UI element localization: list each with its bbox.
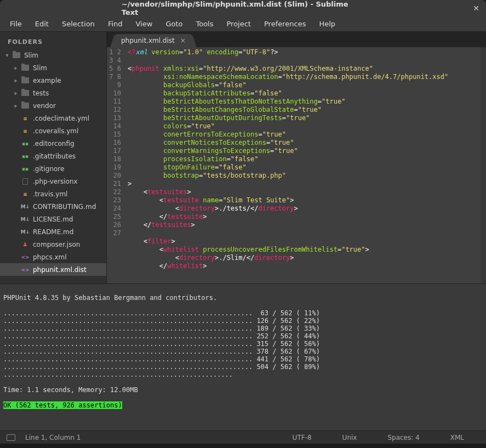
chevron-icon <box>12 152 20 160</box>
editor-area: phpunit.xml.dist× 1 2 3 4 5 6 7 8 9 10 1… <box>107 32 486 283</box>
status-syntax[interactable]: XML <box>435 434 479 441</box>
tree-item-label: LICENSE.md <box>33 216 73 223</box>
sidebar-file-readme-md[interactable]: M↓README.md <box>0 225 106 238</box>
file-icon <box>21 177 30 186</box>
menu-file[interactable]: File <box>4 18 27 30</box>
chevron-icon <box>12 127 20 135</box>
chevron-icon <box>12 241 20 248</box>
titlebar[interactable]: ~/vendor/slimphp/Slim/phpunit.xml.dist (… <box>0 0 486 16</box>
tree-item-label: phpcs.xml <box>33 253 67 261</box>
sidebar-folder-vendor[interactable]: ▸vendor <box>0 99 106 112</box>
tree-item-label: tests <box>33 89 49 97</box>
sidebar-file--coveralls-yml[interactable]: ≡.coveralls.yml <box>0 124 106 137</box>
sidebar-folder-example[interactable]: ▸example <box>0 74 106 87</box>
xml-icon: <> <box>21 265 30 274</box>
menu-project[interactable]: Project <box>221 18 256 30</box>
yml-icon: ≡ <box>21 114 30 123</box>
sidebar-file--codeclimate-yml[interactable]: ≡.codeclimate.yml <box>0 112 106 124</box>
markdown-icon: M↓ <box>21 228 30 236</box>
tree-item-label: .travis.yml <box>33 190 67 198</box>
chevron-icon <box>12 140 20 148</box>
tab-close-icon[interactable]: × <box>180 37 186 44</box>
tab-bar[interactable]: phpunit.xml.dist× <box>107 32 486 47</box>
sidebar[interactable]: FOLDERS ▾Slim▸Slim▸example▸tests▸vendor≡… <box>0 32 107 283</box>
menu-find[interactable]: Find <box>102 18 128 30</box>
tree-item-label: vendor <box>33 102 56 110</box>
chevron-icon <box>12 178 20 185</box>
chevron-icon: ▸ <box>12 102 20 110</box>
menu-tools[interactable]: Tools <box>190 18 219 30</box>
sidebar-root[interactable]: ▾Slim <box>0 49 106 61</box>
sidebar-file--editorconfig[interactable]: ▪▪.editorconfig <box>0 137 106 150</box>
chevron-icon: ▸ <box>12 77 20 84</box>
yml-icon: ≡ <box>21 127 30 135</box>
menu-preferences[interactable]: Preferences <box>259 18 311 30</box>
close-icon[interactable]: ✕ <box>473 4 479 13</box>
sidebar-file-composer-json[interactable]: ♟composer.json <box>0 238 106 251</box>
status-lineending[interactable]: Unix <box>327 434 373 441</box>
tab-label: phpunit.xml.dist <box>121 37 175 44</box>
folder-icon <box>21 64 30 72</box>
tree-item-label: .coveralls.yml <box>33 127 78 135</box>
markdown-icon: M↓ <box>21 215 30 224</box>
tree-item-label: example <box>33 77 61 84</box>
menu-view[interactable]: View <box>130 18 158 30</box>
sidebar-file-phpcs-xml[interactable]: <>phpcs.xml <box>0 251 106 263</box>
folder-icon <box>12 51 21 60</box>
menu-selection[interactable]: Selection <box>56 18 100 30</box>
tab-phpunit-xml-dist[interactable]: phpunit.xml.dist× <box>115 34 192 47</box>
yml-icon: ≡ <box>21 190 30 199</box>
sidebar-header: FOLDERS <box>0 35 106 49</box>
menubar: FileEditSelectionFindViewGotoToolsProjec… <box>0 16 486 32</box>
tree-item-label: CONTRIBUTING.md <box>33 203 96 211</box>
menu-help[interactable]: Help <box>313 18 341 30</box>
chevron-icon: ▸ <box>12 89 20 97</box>
config-icon: ▪▪ <box>21 165 30 173</box>
chevron-icon <box>12 203 20 211</box>
sidebar-file-license-md[interactable]: M↓LICENSE.md <box>0 213 106 225</box>
tree-item-label: Slim <box>24 52 38 59</box>
tree-item-label: .gitattributes <box>33 152 76 160</box>
gutter: 1 2 3 4 5 6 7 8 9 10 11 12 13 14 15 16 1… <box>107 47 124 283</box>
markdown-icon: M↓ <box>21 202 30 211</box>
tree-item-label: .php-versionx <box>33 178 78 185</box>
chevron-icon <box>12 266 20 274</box>
sidebar-file-phpunit-xml-dist[interactable]: <>phpunit.xml.dist <box>0 263 106 276</box>
panel-toggle-icon[interactable] <box>7 434 15 441</box>
window-title: ~/vendor/slimphp/Slim/phpunit.xml.dist (… <box>122 0 365 16</box>
composer-icon: ♟ <box>21 240 30 249</box>
config-icon: ▪▪ <box>21 139 30 148</box>
tree-item-label: .gitignore <box>33 165 64 173</box>
menu-edit[interactable]: Edit <box>30 18 54 30</box>
folder-icon <box>21 101 30 110</box>
sidebar-file--gitignore[interactable]: ▪▪.gitignore <box>0 162 106 175</box>
tree-item-label: README.md <box>33 228 73 236</box>
tree-item-label: Slim <box>33 64 47 72</box>
code-area[interactable]: 1 2 3 4 5 6 7 8 9 10 11 12 13 14 15 16 1… <box>107 47 486 283</box>
sidebar-file--gitattributes[interactable]: ▪▪.gitattributes <box>0 150 106 162</box>
chevron-icon <box>12 216 20 223</box>
chevron-icon <box>12 228 20 236</box>
sidebar-folder-slim[interactable]: ▸Slim <box>0 61 106 74</box>
sidebar-file--travis-yml[interactable]: ≡.travis.yml <box>0 188 106 200</box>
status-indent[interactable]: Spaces: 4 <box>372 434 434 441</box>
statusbar: Line 1, Column 1 UTF-8 Unix Spaces: 4 XM… <box>0 430 486 444</box>
status-encoding[interactable]: UTF-8 <box>277 434 327 441</box>
sidebar-file--php-versionx[interactable]: .php-versionx <box>0 175 106 188</box>
menu-goto[interactable]: Goto <box>160 18 188 30</box>
sidebar-file-contributing-md[interactable]: M↓CONTRIBUTING.md <box>0 200 106 213</box>
code-text[interactable]: <?xml version="1.0" encoding="UTF-8"?> <… <box>124 47 481 283</box>
tree-item-label: phpunit.xml.dist <box>33 266 87 274</box>
console-panel[interactable]: PHPUnit 4.8.35 by Sebastian Bergmann and… <box>0 283 486 430</box>
config-icon: ▪▪ <box>21 152 30 161</box>
tree-item-label: .editorconfig <box>33 140 75 148</box>
folder-icon <box>21 89 30 98</box>
chevron-icon <box>12 253 20 261</box>
minimap[interactable] <box>481 47 486 283</box>
tree-item-label: .codeclimate.yml <box>33 115 89 122</box>
workspace: FOLDERS ▾Slim▸Slim▸example▸tests▸vendor≡… <box>0 32 486 283</box>
chevron-icon <box>12 115 20 122</box>
sidebar-folder-tests[interactable]: ▸tests <box>0 87 106 99</box>
status-cursor[interactable]: Line 1, Column 1 <box>25 434 81 441</box>
test-result-ok: OK (562 tests, 926 assertions) <box>3 401 122 409</box>
